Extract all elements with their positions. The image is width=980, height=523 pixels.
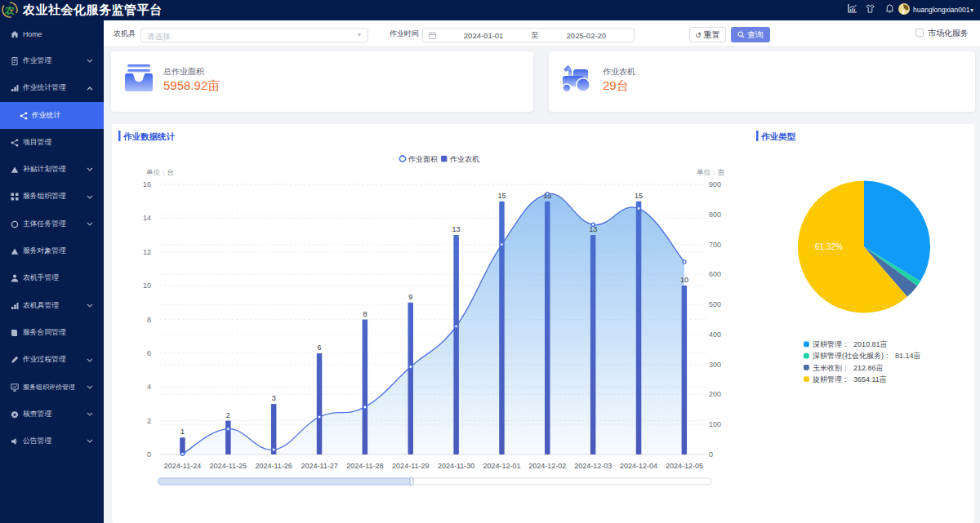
svg-text:深耕管理(社会化服务)： 81.14亩: 深耕管理(社会化服务)： 81.14亩 [813,352,921,360]
svg-text:作业类型: 作业类型 [760,131,796,141]
svg-text:作业面积: 作业面积 [408,155,438,163]
svg-text:400: 400 [709,330,721,339]
svg-text:600: 600 [709,270,721,278]
svg-text:0: 0 [147,450,151,459]
svg-text:2024-11-25: 2024-11-25 [210,462,247,470]
svg-text:2: 2 [226,411,230,419]
svg-text:2024-12-03: 2024-12-03 [574,462,612,470]
svg-text:16: 16 [143,180,151,188]
svg-text:12: 12 [143,248,151,256]
svg-text:200: 200 [709,390,721,398]
svg-text:1: 1 [180,428,185,436]
svg-text:2024-11-30: 2024-11-30 [438,462,474,470]
svg-text:15: 15 [635,192,643,200]
svg-text:2024-11-26: 2024-11-26 [256,462,292,470]
svg-text:8: 8 [363,310,367,318]
svg-text:2024-12-05: 2024-12-05 [666,462,703,470]
svg-text:15: 15 [497,192,506,200]
svg-text:3: 3 [272,394,276,402]
svg-text:6: 6 [318,343,322,352]
svg-text:2024-11-28: 2024-11-28 [346,462,383,470]
svg-text:900: 900 [709,180,721,188]
svg-text:6: 6 [147,349,151,357]
svg-text:2: 2 [147,417,151,425]
svg-text:9: 9 [408,293,412,301]
svg-text:14: 14 [143,214,151,222]
svg-text:10: 10 [143,281,151,290]
svg-text:农: 农 [4,5,16,16]
svg-text:2024-11-24: 2024-11-24 [164,462,201,470]
svg-text:8: 8 [147,316,151,324]
svg-text:2024-11-29: 2024-11-29 [392,462,429,470]
svg-text:玉米收割： 212.86亩: 玉米收割： 212.86亩 [813,364,884,372]
svg-text:4: 4 [147,383,151,391]
svg-text:0: 0 [709,450,713,459]
svg-text:单位：台: 单位：台 [146,168,174,176]
svg-text:作业农机: 作业农机 [449,155,479,163]
svg-text:2024-12-04: 2024-12-04 [620,462,657,470]
svg-text:500: 500 [709,300,721,308]
svg-text:旋耕管理： 3654.11亩: 旋耕管理： 3654.11亩 [813,375,887,383]
svg-text:10: 10 [680,276,688,284]
svg-text:2024-12-02: 2024-12-02 [528,462,566,470]
svg-text:2024-12-01: 2024-12-01 [483,462,520,470]
svg-text:61.32%: 61.32% [815,242,843,251]
svg-text:300: 300 [709,361,721,369]
svg-text:700: 700 [709,241,721,249]
svg-text:深耕管理： 2010.81亩: 深耕管理： 2010.81亩 [813,340,888,348]
svg-text:13: 13 [452,225,461,233]
svg-text:100: 100 [709,420,721,428]
svg-text:单位：亩: 单位：亩 [697,168,725,176]
svg-text:作业数据统计: 作业数据统计 [122,131,176,141]
svg-text:800: 800 [709,211,721,219]
svg-text:2024-11-27: 2024-11-27 [301,462,337,470]
